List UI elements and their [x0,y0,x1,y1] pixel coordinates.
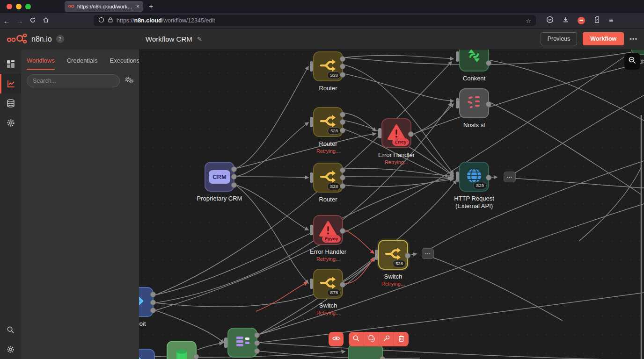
tab-credentials[interactable]: Credentials [67,57,98,70]
pocket-icon[interactable] [546,16,554,25]
output-connector[interactable] [231,182,237,188]
output-connector[interactable] [231,174,237,180]
output-connector[interactable] [486,175,491,180]
input-connector[interactable] [456,51,459,62]
node-router-1[interactable]: S28 Router [313,51,343,92]
sidebar-item-overview[interactable] [0,54,21,74]
output-connector[interactable] [486,101,491,107]
back-icon[interactable]: ← [0,17,13,25]
node-proprietary-crm[interactable]: CRM Proprietary CRM [205,162,234,202]
output-connector[interactable] [340,56,345,62]
node-nidoit[interactable]: nidoit [139,287,154,327]
new-tab-button[interactable]: + [149,2,153,11]
sidebar-item-workflows[interactable] [0,74,21,93]
output-connector[interactable] [193,354,199,359]
node-blue-clipped[interactable] [139,349,155,359]
input-connector[interactable] [375,250,378,260]
node-router-3[interactable]: S28 Router [313,163,343,203]
input-connector[interactable] [310,225,313,235]
workflow-button[interactable]: Workflow [583,32,624,45]
browser-tab[interactable]: https://n8n.cloud/workflow/12 × [65,1,143,12]
node-router-2[interactable]: 528 Router Retrying... [313,107,343,154]
node-http-request[interactable]: S29 HTTP Request (External API) [459,162,489,209]
workflow-canvas[interactable]: S28 Router 528 [139,50,644,359]
output-connector[interactable] [405,253,410,258]
mini-node[interactable]: ••• [504,172,516,182]
help-icon[interactable]: ? [56,35,64,43]
sidebar-item-data[interactable] [0,93,21,113]
output-connector[interactable] [340,72,345,78]
output-connector[interactable] [150,308,156,313]
output-connector[interactable] [408,131,414,137]
zoom-button[interactable] [624,53,640,70]
output-connector[interactable] [340,112,345,117]
tracking-shield-icon[interactable] [98,16,104,25]
input-connector[interactable] [310,172,313,183]
close-window-button[interactable] [7,4,12,9]
input-connector[interactable] [310,117,313,127]
output-connector[interactable] [380,356,385,359]
node-conkent[interactable]: Conkent [459,50,489,82]
tab-strip: https://n8n.cloud/workflow/12 × + [0,0,644,13]
output-connector[interactable] [340,183,345,189]
output-connector[interactable] [340,128,345,133]
node-database[interactable] [167,341,197,359]
output-connector[interactable] [150,300,156,305]
output-connector[interactable] [340,64,345,69]
output-connector[interactable] [254,340,260,346]
output-connector[interactable] [340,175,345,180]
more-options-icon[interactable]: ••• [629,36,637,43]
input-connector[interactable] [310,279,313,289]
output-connector[interactable] [340,282,345,287]
tab-executions[interactable]: Executions [110,57,139,70]
sidebar-item-search[interactable] [0,320,21,339]
output-connector[interactable] [340,228,345,234]
status-badge: S28 [327,72,341,79]
input-connector[interactable] [456,172,459,182]
duplicate-node-button[interactable] [364,332,379,346]
maximize-window-button[interactable] [25,4,31,9]
previous-button[interactable]: Provieus [541,32,578,45]
input-connector[interactable] [378,128,381,138]
output-connector[interactable] [231,166,237,172]
reload-icon[interactable] [26,17,39,25]
node-switch-2[interactable]: S78 Switch Retrying... [313,269,343,316]
input-connector[interactable] [456,98,459,108]
url-bar[interactable]: https://n8n.cloud/workflow/12345/edit ☆ [94,15,536,26]
output-connector[interactable] [254,348,260,354]
output-connector[interactable] [486,60,491,66]
node-switch-1[interactable]: 528 Switch Retrying... [378,240,408,287]
tab-workflows[interactable]: Workflows [27,57,55,70]
output-connector[interactable] [340,167,345,173]
input-connector[interactable] [310,61,313,72]
zoom-node-button[interactable] [349,332,364,346]
mini-node[interactable]: ••• [422,248,434,259]
minimize-window-button[interactable] [16,4,22,9]
lock-icon[interactable] [108,16,113,25]
filter-gears-icon[interactable] [124,76,134,86]
menu-icon[interactable]: ≡ [609,16,614,25]
extension-icon[interactable] [593,16,600,25]
sidebar-item-settings[interactable] [0,113,21,133]
output-connector[interactable] [340,119,345,125]
node-error-handler-1[interactable]: Errcy Error Handler Retrying... [381,118,411,165]
node-label: Error Handler [310,248,346,255]
detach-node-button[interactable] [379,332,394,346]
delete-node-button[interactable] [394,332,409,346]
output-connector[interactable] [254,332,260,338]
bookmark-star-icon[interactable]: ☆ [526,17,531,24]
forward-icon[interactable]: → [13,17,26,25]
output-connector[interactable] [150,292,156,297]
node-sort[interactable] [227,328,257,358]
search-input[interactable] [27,74,120,87]
tab-close-icon[interactable]: × [136,3,139,10]
adblock-extension-icon[interactable] [578,17,585,24]
node-nosts[interactable]: Nosts ṡl [459,88,489,129]
node-error-handler-2[interactable]: Eyyoy Error Handler Retrying... [313,215,343,262]
input-connector[interactable] [224,337,227,348]
toggle-view-button[interactable] [329,332,344,346]
home-icon[interactable] [39,17,52,25]
downloads-icon[interactable] [562,16,569,25]
edit-title-icon[interactable]: ✎ [197,36,202,43]
sidebar-item-preferences[interactable] [0,339,21,359]
